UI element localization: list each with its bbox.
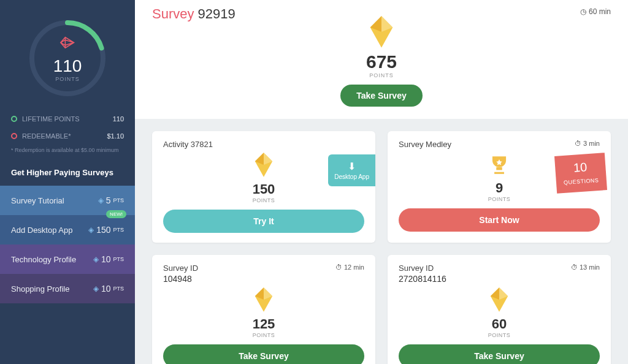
- featured-survey: Survey 92919 ◷ 60 min 675 POINTS Take Su…: [135, 0, 628, 119]
- questions-tag: 10 QUESTIONS: [554, 153, 607, 194]
- survey-grid: Activity 37821 ⬇ Desktop App 150 POINTS …: [135, 119, 628, 364]
- card-title: Survey ID: [163, 264, 198, 273]
- take-survey-button[interactable]: Take Survey: [163, 344, 364, 364]
- survey-id: 104948: [163, 274, 198, 284]
- download-icon: ⬇: [334, 161, 369, 172]
- take-survey-button[interactable]: Take Survey: [340, 85, 422, 107]
- card-title: Survey ID: [399, 264, 446, 273]
- card-duration: ⏱12 min: [335, 264, 364, 271]
- survey-duration: ◷ 60 min: [580, 7, 611, 16]
- gem-icon: [399, 287, 600, 317]
- take-survey-button[interactable]: Take Survey: [399, 344, 600, 364]
- gem-icon: ◈: [93, 284, 99, 293]
- survey-medley-card: Survey Medley ⏱3 min 10 QUESTIONS 9 Poin…: [388, 131, 611, 243]
- stopwatch-icon: ⏱: [571, 264, 578, 271]
- card-points-label: Points: [399, 332, 600, 338]
- card-title: Activity 37821: [163, 140, 213, 149]
- card-duration: ⏱13 min: [571, 264, 600, 271]
- stopwatch-icon: ⏱: [575, 140, 581, 147]
- gem-icon: ◈: [93, 255, 99, 264]
- higher-paying-heading: Get Higher Paying Surveys: [0, 162, 135, 186]
- card-points: 60: [399, 316, 600, 332]
- activity-card: Activity 37821 ⬇ Desktop App 150 POINTS …: [152, 131, 375, 243]
- dot-icon: [11, 133, 17, 139]
- stopwatch-icon: ⏱: [335, 264, 342, 271]
- gem-icon: [53, 35, 82, 55]
- sidebar-item-label: Technology Profile: [11, 255, 76, 264]
- new-badge: NEW!: [106, 210, 126, 218]
- gem-icon: ◈: [98, 196, 104, 205]
- sidebar-item-label: Survey Tutorial: [11, 196, 64, 205]
- card-points-label: Points: [163, 332, 364, 338]
- card-duration: ⏱3 min: [575, 140, 600, 147]
- sidebar-item-add-desktop-app[interactable]: NEW! Add Desktop App ◈150PTS: [0, 215, 135, 245]
- gem-icon: ◈: [88, 226, 94, 234]
- dot-icon: [11, 116, 17, 122]
- sidebar-item-label: Add Desktop App: [11, 226, 72, 235]
- survey-card: Survey ID 104948 ⏱12 min 125 Points Take…: [152, 255, 375, 364]
- points-value: 110: [53, 56, 82, 76]
- points-progress: 110 POINTS: [0, 0, 135, 110]
- main-content: Survey 92919 ◷ 60 min 675 POINTS Take Su…: [135, 0, 628, 364]
- lifetime-points-row: LIFETIME POINTS 110: [0, 110, 135, 127]
- sidebar-item-technology-profile[interactable]: Technology Profile ◈10PTS: [0, 245, 135, 274]
- try-it-button[interactable]: Try It: [163, 210, 364, 233]
- card-points-label: Points: [399, 196, 600, 202]
- gem-icon: [163, 287, 364, 317]
- start-now-button[interactable]: Start Now: [399, 208, 600, 232]
- card-points: 125: [163, 316, 364, 332]
- redemption-footnote: * Redemption is available at $5.00 minim…: [0, 145, 135, 162]
- survey-id: 2720814116: [399, 274, 446, 284]
- sidebar-item-shopping-profile[interactable]: Shopping Profile ◈10PTS: [0, 274, 135, 303]
- survey-card: Survey ID 2720814116 ⏱13 min 60 Points T…: [388, 255, 611, 364]
- featured-points-label: POINTS: [152, 72, 611, 78]
- desktop-app-tag[interactable]: ⬇ Desktop App: [328, 154, 375, 186]
- points-label: POINTS: [53, 76, 82, 82]
- redeemable-row: REDEEMABLE* $1.10: [0, 127, 135, 145]
- card-title: Survey Medley: [399, 140, 451, 149]
- clock-icon: ◷: [580, 7, 586, 16]
- sidebar: 110 POINTS LIFETIME POINTS 110 REDEEMABL…: [0, 0, 135, 364]
- card-points-label: POINTS: [163, 197, 364, 203]
- featured-points: 675: [152, 51, 611, 72]
- sidebar-item-label: Shopping Profile: [11, 284, 69, 294]
